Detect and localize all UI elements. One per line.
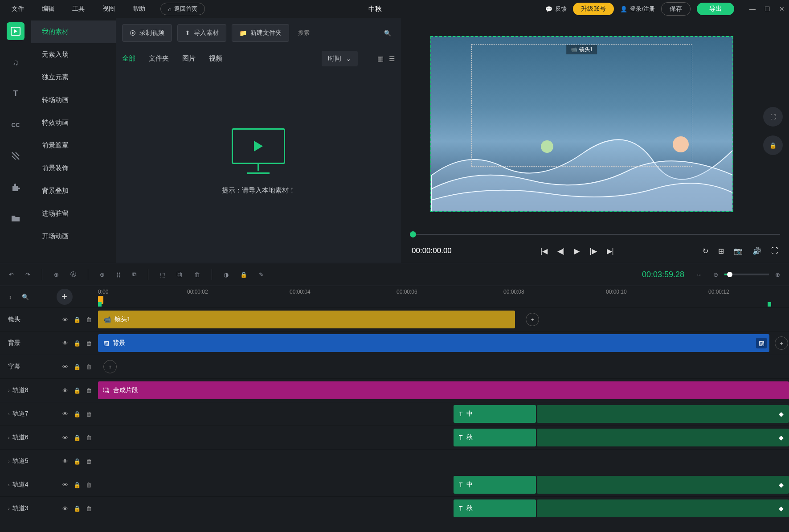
clip-t7-cont[interactable]: ◆	[537, 405, 789, 423]
minimize-button[interactable]: —	[749, 5, 756, 12]
expand-icon[interactable]: ›	[8, 411, 10, 417]
cat-my-assets[interactable]: 我的素材	[31, 20, 116, 43]
copy-button[interactable]: ⿻	[177, 271, 183, 278]
visibility-toggle[interactable]: 👁	[62, 364, 68, 370]
visibility-toggle[interactable]: 👁	[62, 316, 68, 323]
add-subtitle-clip[interactable]: +	[103, 360, 117, 373]
close-button[interactable]: ✕	[779, 5, 785, 12]
lock-toggle[interactable]: 🔒	[74, 364, 81, 370]
clip-background[interactable]: ▨ 背景 ▨	[98, 334, 769, 352]
add-track-button[interactable]: +	[57, 289, 73, 305]
preview-frame[interactable]: 📹 镜头1	[430, 36, 733, 212]
grid-view-icon[interactable]: ▦	[377, 55, 384, 63]
menu-view[interactable]: 视图	[95, 2, 122, 16]
menu-edit[interactable]: 编辑	[35, 2, 61, 16]
clip-t6-text[interactable]: T秋	[454, 429, 536, 446]
delete-track[interactable]: 🗑	[86, 364, 92, 370]
out-marker[interactable]	[768, 302, 771, 307]
loop-button[interactable]: ↻	[703, 247, 708, 255]
volume-button[interactable]: 🔊	[752, 247, 761, 255]
visibility-toggle[interactable]: 👁	[62, 505, 68, 512]
scrub-handle[interactable]	[410, 231, 416, 237]
rail-plugin[interactable]	[7, 178, 25, 196]
menu-tools[interactable]: 工具	[65, 2, 92, 16]
save-button[interactable]: 保存	[661, 2, 691, 16]
record-button[interactable]: ⦿录制视频	[122, 24, 172, 42]
add-camera-clip[interactable]: +	[526, 313, 539, 326]
new-folder-button[interactable]: 📁新建文件夹	[232, 24, 289, 42]
visibility-toggle[interactable]: 👁	[62, 340, 68, 347]
delete-track[interactable]: 🗑	[86, 505, 92, 512]
rail-pattern[interactable]	[7, 147, 25, 165]
fit-timeline-button[interactable]: ↔	[696, 271, 702, 278]
split-button[interactable]: ⟨⟩	[116, 271, 121, 278]
clip-t7-text[interactable]: T中	[454, 405, 536, 423]
visibility-toggle[interactable]: 👁	[62, 434, 68, 441]
expand-icon[interactable]: ›	[8, 482, 10, 487]
undo-button[interactable]: ↶	[9, 271, 14, 278]
rail-folder[interactable]	[7, 209, 25, 227]
visibility-toggle[interactable]: 👁	[62, 458, 68, 465]
login-button[interactable]: 👤 登录/注册	[620, 5, 655, 13]
clip-camera-1[interactable]: 📹 镜头1	[98, 311, 515, 328]
tab-all[interactable]: 全部	[122, 54, 135, 63]
visibility-toggle[interactable]: 👁	[62, 411, 68, 417]
tab-image[interactable]: 图片	[182, 54, 196, 63]
zoom-slider[interactable]	[724, 274, 769, 275]
redo-button[interactable]: ↷	[25, 271, 30, 278]
clip-t4-text[interactable]: T中	[454, 476, 536, 494]
export-button[interactable]: 导出	[697, 3, 734, 15]
cat-fx[interactable]: 特效动画	[31, 111, 116, 134]
delete-track[interactable]: 🗑	[86, 387, 92, 394]
expand-icon[interactable]: ›	[8, 388, 10, 393]
feedback-button[interactable]: 💬 反馈	[545, 5, 567, 13]
import-button[interactable]: ⬆导入素材	[177, 24, 226, 42]
next-frame-button[interactable]: |▶	[589, 247, 597, 255]
lock-toggle[interactable]: 🔒	[74, 458, 81, 465]
rail-text[interactable]: T	[7, 85, 25, 102]
snapshot-button[interactable]: 📷	[734, 247, 743, 255]
tab-video[interactable]: 视频	[209, 54, 222, 63]
add-bg-clip[interactable]: +	[775, 336, 788, 350]
delete-button[interactable]: 🗑	[194, 271, 200, 278]
lock-toggle[interactable]: 🔒	[74, 434, 81, 441]
auto-button[interactable]: Ⓐ	[70, 270, 76, 278]
clip-t3-cont[interactable]: ◆	[537, 499, 789, 517]
edit-tool-button[interactable]: ✎	[259, 271, 264, 278]
rail-audio[interactable]: ♫	[7, 53, 25, 71]
expand-icon[interactable]: ›	[8, 458, 10, 464]
delete-track[interactable]: 🗑	[86, 411, 92, 417]
cat-transition[interactable]: 转场动画	[31, 89, 116, 111]
delete-track[interactable]: 🗑	[86, 482, 92, 488]
cat-opening[interactable]: 开场动画	[31, 225, 116, 248]
expand-icon[interactable]: ›	[8, 435, 10, 440]
lock-toggle[interactable]: 🔒	[74, 482, 81, 488]
cat-standalone[interactable]: 独立元素	[31, 66, 116, 89]
time-ruler[interactable]: 0:00 00:00:02 00:00:04 00:00:06 00:00:08…	[98, 286, 789, 307]
cat-fg-mask[interactable]: 前景遮罩	[31, 134, 116, 157]
tab-folder[interactable]: 文件夹	[149, 54, 169, 63]
maximize-button[interactable]: ☐	[764, 5, 770, 12]
in-marker[interactable]	[98, 302, 102, 307]
zoom-in-button[interactable]: ⊕	[775, 271, 780, 278]
lock-toggle[interactable]: 🔒	[74, 340, 81, 347]
prev-frame-button[interactable]: ◀|	[557, 247, 564, 255]
cursor-icon[interactable]: ↕	[9, 294, 12, 300]
magnify-icon[interactable]: 🔍	[22, 294, 29, 300]
grid-button[interactable]: ⊞	[718, 247, 724, 255]
target-button[interactable]: ⊕	[100, 271, 105, 278]
clip-t6-cont[interactable]: ◆	[537, 429, 789, 446]
lock-toggle[interactable]: 🔒	[74, 387, 81, 394]
expand-icon[interactable]: ›	[8, 506, 10, 511]
upgrade-button[interactable]: 升级账号	[573, 3, 614, 15]
zoom-out-button[interactable]: ⊖	[713, 271, 718, 278]
search-input[interactable]: 搜索 🔍	[294, 25, 395, 41]
rail-media[interactable]	[7, 22, 25, 40]
cat-element-enter[interactable]: 元素入场	[31, 43, 116, 66]
sort-dropdown[interactable]: 时间 ⌄	[322, 51, 358, 66]
mask-button[interactable]: ◑	[224, 271, 229, 278]
zoom-knob[interactable]	[727, 272, 732, 277]
preview-scrubber[interactable]	[410, 230, 780, 239]
lock-toggle[interactable]: 🔒	[74, 505, 81, 512]
clip-t4-cont[interactable]: ◆	[537, 476, 789, 494]
